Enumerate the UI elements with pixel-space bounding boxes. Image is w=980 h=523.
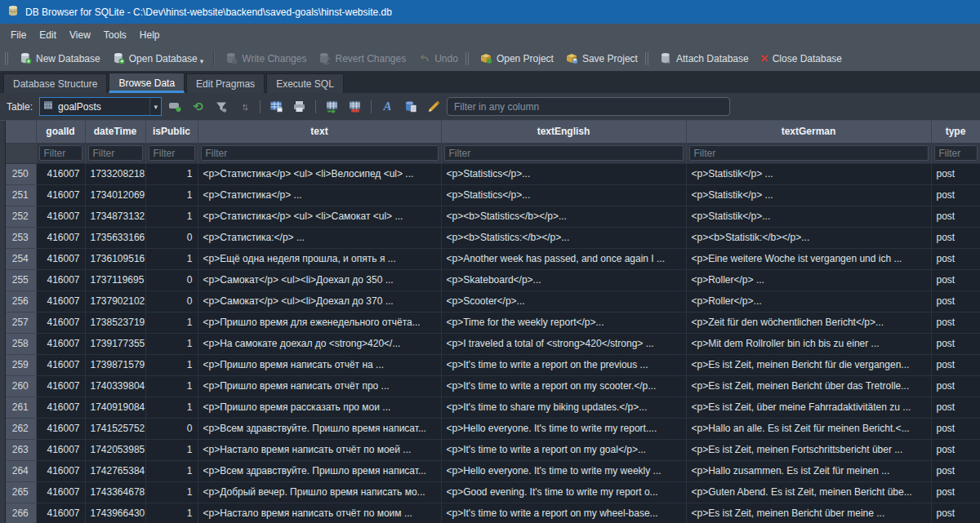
edit-cell-icon[interactable]	[426, 100, 440, 113]
cell-dateTime[interactable]: 1743966430	[85, 503, 145, 523]
cell-goalId[interactable]: 416007	[36, 375, 85, 397]
cell-dateTime[interactable]: 1740339804	[85, 375, 145, 397]
row-number[interactable]: 252	[5, 206, 36, 227]
export-table-icon[interactable]	[348, 100, 362, 113]
cell-text[interactable]: <p>Самокат</p> <ul><li>Доехал до 370 ...	[198, 290, 441, 312]
cell-text[interactable]: <p>Пришло время написать отчёт на ...	[198, 354, 441, 375]
save-project-button[interactable]: Save Project	[559, 49, 644, 69]
cell-textGerman[interactable]: <p>Guten Abend. Es ist Zeit, meinen Beri…	[686, 481, 931, 503]
cell-type[interactable]: post	[931, 439, 980, 460]
cell-goalId[interactable]: 416007	[36, 418, 85, 439]
cell-textEnglish[interactable]: <p><b>Statistics</b></p>...	[441, 206, 686, 227]
cell-goalId[interactable]: 416007	[36, 269, 85, 290]
cell-isPublic[interactable]: 0	[145, 227, 198, 248]
cell-text[interactable]: <p>Самокат</p> <ul><li>Доехал до 350 ...	[198, 269, 441, 290]
column-header-text[interactable]: text	[198, 121, 441, 143]
menu-edit[interactable]: Edit	[33, 26, 62, 44]
cell-type[interactable]: post	[931, 206, 980, 227]
cell-type[interactable]: post	[931, 354, 980, 375]
cell-textGerman[interactable]: <p>Mit dem Rollroller bin ich bis zu ein…	[686, 333, 931, 354]
filter-input-isPublic[interactable]	[149, 145, 195, 161]
column-header-textEnglish[interactable]: textEnglish	[441, 121, 686, 143]
cell-goalId[interactable]: 416007	[36, 312, 85, 333]
cell-textGerman[interactable]: <p>Es ist Zeit, meinen Bericht für die v…	[686, 354, 931, 375]
cell-dateTime[interactable]: 1740919084	[85, 397, 145, 418]
cell-text[interactable]: <p>Настало время написать отчёт по моим …	[198, 503, 441, 523]
undo-button[interactable]: Undo	[412, 49, 464, 69]
cell-isPublic[interactable]: 1	[145, 333, 198, 354]
cell-textEnglish[interactable]: <p>Another week has passed, and once aga…	[441, 248, 686, 269]
import-table-icon[interactable]	[325, 100, 339, 113]
cell-dateTime[interactable]: 1739871579	[85, 354, 145, 375]
cell-textEnglish[interactable]: <p>Hello everyone. It's time to write my…	[441, 418, 686, 439]
cell-goalId[interactable]: 416007	[36, 184, 85, 206]
cell-type[interactable]: post	[931, 227, 980, 248]
cell-type[interactable]: post	[931, 460, 980, 481]
cell-textGerman[interactable]: <p>Statistik</p> ...	[686, 184, 931, 206]
cell-goalId[interactable]: 416007	[36, 481, 85, 503]
insert-record-icon[interactable]	[168, 100, 182, 113]
cell-goalId[interactable]: 416007	[36, 248, 85, 269]
cell-textGerman[interactable]: <p>Es ist Zeit, meinen Bericht über das …	[686, 375, 931, 397]
row-number[interactable]: 259	[5, 354, 36, 375]
cell-textGerman[interactable]: <p>Hallo an alle. Es ist Zeit für meinen…	[686, 418, 931, 439]
tab-database-structure[interactable]: Database Structure	[3, 73, 107, 93]
filter-input-text[interactable]	[201, 145, 439, 161]
cell-type[interactable]: post	[931, 290, 980, 312]
column-header-dateTime[interactable]: dateTime	[85, 121, 145, 143]
tab-execute-sql[interactable]: Execute SQL	[266, 73, 344, 93]
row-number[interactable]: 251	[5, 184, 36, 206]
cell-text[interactable]: <p>Настало время написать отчёт по моей …	[198, 439, 441, 460]
cell-textEnglish[interactable]: <p>It's time to write a report on my goa…	[441, 439, 686, 460]
cell-text[interactable]: <p>Статистика</p> ...	[198, 184, 441, 206]
cell-dateTime[interactable]: 1742053985	[85, 439, 145, 460]
print-icon[interactable]	[292, 100, 306, 113]
row-number[interactable]: 255	[5, 269, 36, 290]
cell-textEnglish[interactable]: <p>Scooter</p>...	[441, 290, 686, 312]
cell-textEnglish[interactable]: <p>It's time to write a report on my sco…	[441, 375, 686, 397]
new-database-button[interactable]: New Database	[13, 49, 106, 69]
cell-goalId[interactable]: 416007	[36, 333, 85, 354]
filter-input-textEnglish[interactable]	[444, 145, 684, 161]
cell-textEnglish[interactable]: <p>Statistics</p>...	[441, 163, 686, 184]
cell-isPublic[interactable]: 1	[145, 248, 198, 269]
cell-dateTime[interactable]: 1743364678	[85, 481, 145, 503]
cell-isPublic[interactable]: 1	[145, 206, 198, 227]
table-selector-dropdown-arrow[interactable]: ▾	[149, 98, 158, 115]
row-number[interactable]: 266	[5, 503, 36, 523]
cell-textGerman[interactable]: <p><b>Statistik:</b></p>...	[686, 227, 931, 248]
refresh-icon[interactable]: ⟲	[191, 100, 205, 113]
row-number[interactable]: 254	[5, 248, 36, 269]
cell-text[interactable]: <p>Пришло время рассказать про мои ...	[198, 397, 441, 418]
cell-dateTime[interactable]: 1737119695	[85, 269, 145, 290]
open-project-button[interactable]: Open Project	[474, 49, 559, 69]
menu-help[interactable]: Help	[134, 26, 166, 44]
cell-text[interactable]: <p>Статистика:</p> ...	[198, 227, 441, 248]
cell-isPublic[interactable]: 0	[145, 269, 198, 290]
cell-type[interactable]: post	[931, 269, 980, 290]
cell-textGerman[interactable]: <p>Es ist Zeit, meinen Bericht über mein…	[686, 503, 931, 523]
cell-type[interactable]: post	[931, 312, 980, 333]
cell-type[interactable]: post	[931, 397, 980, 418]
cell-dateTime[interactable]: 1742765384	[85, 460, 145, 481]
cell-dateTime[interactable]: 1737902102	[85, 290, 145, 312]
cell-goalId[interactable]: 416007	[36, 354, 85, 375]
cell-isPublic[interactable]: 1	[145, 184, 198, 206]
cell-isPublic[interactable]: 1	[145, 312, 198, 333]
cell-textGerman[interactable]: <p>Eine weitere Woche ist vergangen und …	[686, 248, 931, 269]
cell-text[interactable]: <p>Всем здравствуйте. Пришло время напис…	[198, 460, 441, 481]
cell-type[interactable]: post	[931, 333, 980, 354]
row-number[interactable]: 262	[5, 418, 36, 439]
cell-goalId[interactable]: 416007	[36, 163, 85, 184]
close-database-button[interactable]: × Close Database	[755, 51, 848, 67]
cell-textGerman[interactable]: <p>Statistik</p>...	[686, 206, 931, 227]
cell-textGerman[interactable]: <p>Roller</p>...	[686, 290, 931, 312]
cell-isPublic[interactable]: 1	[145, 481, 198, 503]
cell-text[interactable]: <p>Пришло время написать отчёт про ...	[198, 375, 441, 397]
cell-text[interactable]: <p>Статистика</p> <ul> <li>Самокат <ul> …	[198, 206, 441, 227]
filter-input-textGerman[interactable]	[689, 145, 929, 161]
cell-type[interactable]: post	[931, 163, 980, 184]
cell-textGerman[interactable]: <p>Es ist Zeit, über meine Fahrradaktivi…	[686, 397, 931, 418]
cell-textEnglish[interactable]: <p>It's time to share my biking updates.…	[441, 397, 686, 418]
cell-dateTime[interactable]: 1735633166	[85, 227, 145, 248]
